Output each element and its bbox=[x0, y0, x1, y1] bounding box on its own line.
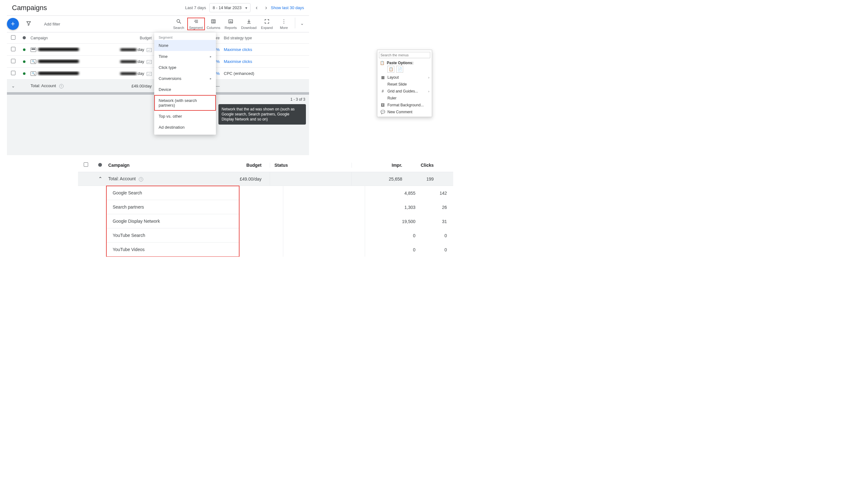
status-header-icon[interactable] bbox=[23, 36, 26, 39]
breakdown-segment-metrics: 19,50031 bbox=[239, 214, 453, 228]
search-icon bbox=[176, 18, 182, 25]
segment-clicks: 0 bbox=[422, 233, 453, 238]
toolbar-actions: Search Segment Columns Reports Download bbox=[170, 18, 307, 30]
download-label: Download bbox=[241, 26, 256, 30]
redacted-text bbox=[38, 48, 79, 51]
prev-range-button[interactable]: ‹ bbox=[255, 4, 257, 11]
next-range-button[interactable]: › bbox=[265, 4, 267, 11]
collapse-toolbar-button[interactable]: ⌄ bbox=[298, 19, 307, 28]
segment-option-none[interactable]: None bbox=[154, 40, 216, 51]
network-breakdown-table: Campaign Budget Status Impr. Clicks ⌃ To… bbox=[78, 158, 453, 257]
help-icon[interactable]: ? bbox=[59, 84, 64, 88]
add-filter-link[interactable]: Add filter bbox=[44, 22, 60, 26]
date-range-picker[interactable]: 8 - 14 Mar 2023 ▼ bbox=[209, 3, 251, 12]
ctx-ruler[interactable]: Ruler bbox=[377, 95, 432, 102]
layout-icon: ▦ bbox=[380, 75, 385, 79]
segment-option-top-vs-other[interactable]: Top vs. other bbox=[154, 111, 216, 122]
trend-icon[interactable] bbox=[147, 60, 152, 64]
col-impressions[interactable]: Impr. bbox=[352, 163, 408, 168]
new-campaign-button[interactable]: + bbox=[7, 18, 19, 30]
ctx-label: Reset Slide bbox=[388, 82, 407, 87]
trend-icon[interactable] bbox=[147, 48, 152, 52]
col-bid-strategy[interactable]: Bid strategy type bbox=[222, 36, 276, 40]
chevron-right-icon: › bbox=[428, 76, 429, 79]
segment-name: YouTube Search bbox=[113, 233, 145, 238]
paste-icon: 📋 bbox=[380, 61, 384, 65]
columns-label: Columns bbox=[207, 26, 220, 30]
ctx-new-comment[interactable]: 💬New Comment bbox=[377, 108, 432, 116]
segment-clicks: 26 bbox=[422, 205, 453, 210]
col-campaign[interactable]: Campaign bbox=[106, 163, 210, 168]
ctx-layout[interactable]: ▦Layout› bbox=[377, 74, 432, 81]
date-range-nav: ‹ › bbox=[255, 4, 267, 11]
status-enabled-icon bbox=[23, 72, 26, 75]
col-clicks[interactable]: Clicks bbox=[408, 163, 440, 168]
segment-option-time[interactable]: Time bbox=[154, 51, 216, 62]
more-label: More bbox=[280, 26, 288, 30]
breakdown-total-label: Total: Account bbox=[108, 176, 136, 181]
segment-option-conversions[interactable]: Conversions bbox=[154, 73, 216, 84]
segment-option-label: Ad destination bbox=[159, 125, 184, 130]
campaign-type-icon bbox=[31, 47, 36, 52]
total-label-text: Total: Account bbox=[31, 84, 56, 88]
paste-options-label: Paste Options: bbox=[387, 61, 413, 65]
row-checkbox[interactable] bbox=[11, 71, 16, 75]
segment-name: Google Display Network bbox=[113, 219, 160, 224]
expand-button[interactable]: Expand bbox=[258, 18, 275, 30]
collapse-total-button[interactable]: ⌃ bbox=[98, 176, 102, 182]
page-title: Campaigns bbox=[12, 4, 185, 12]
segment-option-device[interactable]: Device bbox=[154, 84, 216, 95]
select-all-checkbox[interactable] bbox=[84, 162, 88, 167]
more-vertical-icon: ⋮ bbox=[281, 18, 286, 25]
help-icon[interactable]: ? bbox=[139, 177, 143, 182]
caret-down-icon: ▼ bbox=[245, 6, 248, 9]
download-button[interactable]: Download bbox=[239, 18, 258, 30]
col-budget[interactable]: Budget bbox=[210, 163, 270, 168]
download-icon bbox=[246, 18, 252, 25]
reports-button[interactable]: Reports bbox=[222, 18, 239, 30]
ctx-format-background[interactable]: 🖼Format Background... bbox=[377, 102, 432, 108]
select-all-checkbox[interactable] bbox=[11, 35, 16, 40]
segment-name: YouTube Videos bbox=[113, 247, 145, 252]
trend-icon[interactable] bbox=[147, 72, 152, 76]
breakdown-segment-metrics: 00 bbox=[239, 228, 453, 242]
powerpoint-context-menu: 📋 Paste Options: 📋 📄 ▦Layout› Reset Slid… bbox=[377, 50, 432, 117]
breakdown-header: Campaign Budget Status Impr. Clicks bbox=[78, 158, 453, 172]
paste-option-2[interactable]: 📄 bbox=[396, 66, 403, 73]
col-status[interactable]: Status bbox=[270, 163, 352, 168]
search-button[interactable]: Search bbox=[170, 18, 187, 30]
campaigns-header: Campaigns Last 7 days 8 - 14 Mar 2023 ▼ … bbox=[7, 0, 309, 16]
columns-button[interactable]: Columns bbox=[205, 18, 222, 30]
segment-option-label: Time bbox=[159, 54, 167, 59]
row-checkbox[interactable] bbox=[11, 47, 16, 51]
network-tooltip: Network that the ad was shown on (such a… bbox=[218, 104, 306, 125]
more-button[interactable]: ⋮ More bbox=[275, 18, 292, 30]
segment-option-ad-destination[interactable]: Ad destination bbox=[154, 122, 216, 133]
segment-impr: 0 bbox=[365, 247, 422, 252]
paste-options-row: 📋 📄 bbox=[377, 66, 432, 74]
segment-dropdown-title: Segment bbox=[154, 32, 216, 40]
paste-option-1[interactable]: 📋 bbox=[388, 66, 394, 73]
row-checkbox[interactable] bbox=[11, 59, 16, 63]
segment-option-network[interactable]: Network (with search partners) bbox=[154, 95, 216, 111]
segment-option-click-type[interactable]: Click type bbox=[154, 62, 216, 73]
col-campaign[interactable]: Campaign bbox=[29, 36, 112, 40]
segment-button[interactable]: Segment bbox=[187, 18, 205, 30]
segment-impr: 19,500 bbox=[365, 219, 422, 224]
menu-search-input[interactable] bbox=[379, 52, 430, 58]
campaigns-table: Campaign Budget Optimisation score Bid s… bbox=[7, 32, 309, 92]
ctx-reset-slide[interactable]: Reset Slide bbox=[377, 81, 432, 88]
segment-icon bbox=[193, 18, 199, 25]
status-header-icon[interactable] bbox=[98, 163, 102, 167]
redacted-text bbox=[120, 72, 136, 75]
breakdown-segment-metrics: 4,855142 bbox=[239, 186, 453, 200]
bid-strategy-link[interactable]: Maximise clicks bbox=[222, 59, 276, 64]
segment-label: Segment bbox=[189, 26, 203, 30]
ctx-grid-guides[interactable]: #Grid and Guides...› bbox=[377, 88, 432, 95]
col-budget[interactable]: Budget bbox=[112, 36, 154, 40]
budget-suffix: day bbox=[137, 59, 144, 64]
bid-strategy-link[interactable]: Maximise clicks bbox=[222, 47, 276, 52]
filter-icon[interactable] bbox=[26, 21, 31, 28]
show-last-30-days-link[interactable]: Show last 30 days bbox=[271, 5, 304, 10]
expand-total-button[interactable]: ⌄ bbox=[7, 84, 20, 88]
